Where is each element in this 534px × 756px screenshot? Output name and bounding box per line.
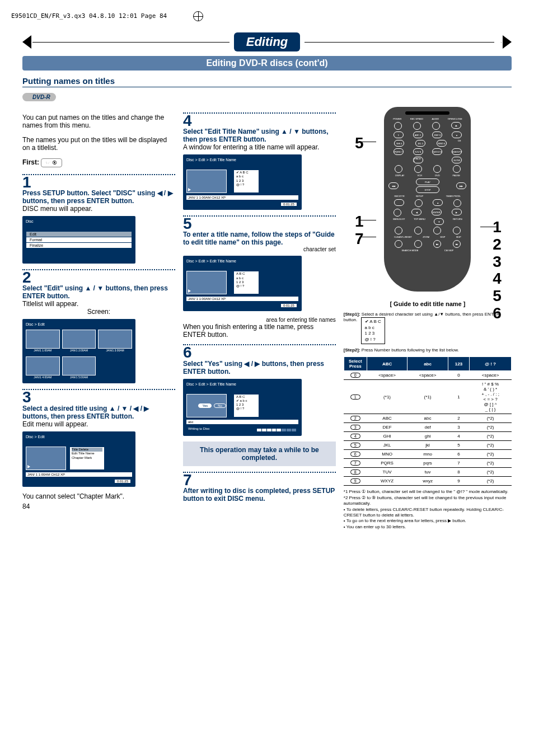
recmonitor-button[interactable]	[394, 209, 401, 217]
setup-button[interactable]	[415, 199, 423, 207]
recotr-button[interactable]	[394, 199, 404, 206]
step4-footer-left: JAN/ 1 1:00AM CH12 XP	[188, 196, 226, 199]
step5-title: To enter a title name, follow the steps …	[183, 231, 336, 246]
ff-button[interactable]: ▶▶	[456, 182, 466, 189]
callout-5: 5	[355, 135, 364, 152]
rew-button[interactable]: ◀◀	[388, 182, 399, 189]
table-cell: JKL	[367, 441, 407, 450]
table-cell: def	[407, 423, 448, 432]
guide-heading: [ Guide to edit title name ]	[344, 300, 512, 307]
power-button[interactable]	[394, 122, 402, 130]
table-cell: 1	[448, 380, 469, 414]
skip-label: SKIP	[456, 236, 461, 238]
guide-charset-box: ✔ A B C a b c 1 2 3 @ ! ?	[361, 317, 385, 344]
table-cell: PQRS	[367, 459, 407, 468]
num-0-button[interactable]: SPACE 0	[413, 157, 423, 163]
table-row: 9WXYZwxyz9(*2)	[344, 477, 511, 486]
step5-footer-left: JAN/ 1 1:00AM CH12 XP	[188, 297, 226, 300]
table-cell: (*2)	[470, 450, 512, 459]
up-button[interactable]: ▲	[433, 199, 443, 206]
num-2-button[interactable]: ABC 2	[413, 132, 423, 138]
writing-label: Writing to Disc	[188, 427, 210, 432]
table-cell: ABC	[367, 414, 407, 423]
enter-button[interactable]: ENTER	[432, 209, 442, 215]
zoom-button[interactable]	[433, 227, 441, 234]
charset-row: 1 2 3	[236, 179, 256, 183]
return-button[interactable]	[453, 227, 461, 234]
play-button[interactable]: PLAY	[416, 179, 439, 185]
step4-screen: Disc > Edit > Edit Title Name ✔ A B C a …	[183, 154, 302, 210]
timerprog-label: TIMER PROG.	[446, 195, 461, 198]
topmenu-button[interactable]	[414, 227, 422, 234]
menu-title-delete: Title Delete	[72, 448, 102, 452]
num-5-button[interactable]: JKL 5	[415, 140, 425, 147]
charset-row: @ ! ?	[236, 284, 256, 288]
stop-button[interactable]: STOP	[416, 186, 439, 193]
zoom-label: ZOOM	[423, 236, 429, 238]
column-middle: 4 Select "Edit Title Name" using ▲ / ▼ b…	[183, 107, 336, 530]
num-7-button[interactable]: PQRS 7	[394, 148, 404, 155]
videotv-button[interactable]: VIDEO/TV	[452, 148, 462, 155]
step6-footer-left: abc	[188, 420, 194, 424]
table-cell: <space>	[367, 371, 407, 380]
timerprog-button[interactable]	[453, 199, 461, 207]
cmskip-button[interactable]	[414, 240, 422, 248]
table-cell: 2	[448, 414, 469, 423]
table-row: 4GHIghi4(*2)	[344, 432, 511, 441]
pause-label: PAUSE	[453, 175, 460, 177]
slow-button[interactable]: SLOW	[452, 157, 462, 163]
column-left: You can put names on the titles and chan…	[22, 107, 175, 530]
yes-button: Yes	[198, 403, 212, 408]
table-cell: DEF	[367, 423, 407, 432]
table-cell: mno	[407, 450, 448, 459]
column-right: 5 1 7 1 2 3 4 5 6 POWER REC SPEED	[344, 107, 512, 530]
step1-screen: Disc Edit Format Finalize	[22, 216, 135, 264]
table-cell: (*1)	[407, 380, 448, 414]
table-cell: 8	[448, 468, 469, 477]
num-4-button[interactable]: GHI 4	[394, 140, 404, 147]
step4-footer-right: 0:01:25	[281, 203, 297, 206]
clear-button[interactable]	[395, 240, 402, 248]
num-button-icon: 7	[350, 461, 360, 466]
guide-step2-text: Press Number buttons following by the li…	[362, 348, 459, 353]
table-row: 3DEFdef3(*2)	[344, 423, 511, 432]
num-button-icon: 4	[350, 434, 360, 439]
power-label: POWER	[393, 118, 401, 120]
left-button[interactable]: ◀	[411, 209, 421, 215]
ch-up-button[interactable]: ▲	[452, 132, 462, 138]
col-ABC: ABC	[367, 357, 407, 371]
step3-body: Edit menu will appear.	[22, 420, 175, 428]
vcr-button[interactable]	[414, 165, 422, 173]
col-123: 123	[448, 357, 469, 371]
table-cell: 3	[448, 423, 469, 432]
step5-body: When you finish entering a title name, p…	[183, 323, 336, 339]
num-3-button[interactable]: DEF 3	[432, 132, 442, 138]
step3-breadcrumb: Disc > Edit	[26, 435, 132, 439]
table-corner: Select Press	[344, 357, 367, 371]
openclose-button[interactable]: ⏏	[451, 122, 461, 129]
num-1-button[interactable]: 1	[394, 132, 404, 138]
vcr-label: VCR	[418, 175, 422, 177]
down-button[interactable]: ▼	[434, 218, 444, 225]
menulist-button[interactable]	[395, 227, 402, 234]
guide-step1-label: [Step1]:	[344, 312, 360, 317]
charset-row: @ ! ?	[236, 183, 256, 187]
skip-back-button[interactable]: ⏮	[433, 240, 441, 248]
table-cell: 0	[448, 371, 469, 380]
table-row: 7PQRSpqrs7(*2)	[344, 459, 511, 468]
num-button-icon: 9	[350, 478, 360, 483]
page-number: 84	[22, 503, 175, 510]
num-9-button[interactable]: WXYZ 9	[432, 148, 442, 155]
guide-note-line: • To delete letters, press CLEAR/C-RESET…	[344, 507, 512, 519]
dvd-button[interactable]	[433, 165, 441, 173]
display-button[interactable]	[395, 165, 402, 173]
recspeed-button[interactable]	[413, 122, 421, 130]
skip-fwd-button[interactable]: ⏭	[453, 240, 461, 248]
right-button[interactable]: ▶	[452, 209, 462, 215]
step5-screen: Disc > Edit > Edit Title Name A B C a b …	[183, 256, 302, 311]
cmskip-label: CM SKIP	[444, 250, 453, 252]
num-8-button[interactable]: TUV 8	[413, 148, 423, 155]
pause-button[interactable]	[453, 165, 461, 173]
audio-button[interactable]	[432, 122, 440, 130]
num-6-button[interactable]: MNO 6	[437, 140, 447, 147]
